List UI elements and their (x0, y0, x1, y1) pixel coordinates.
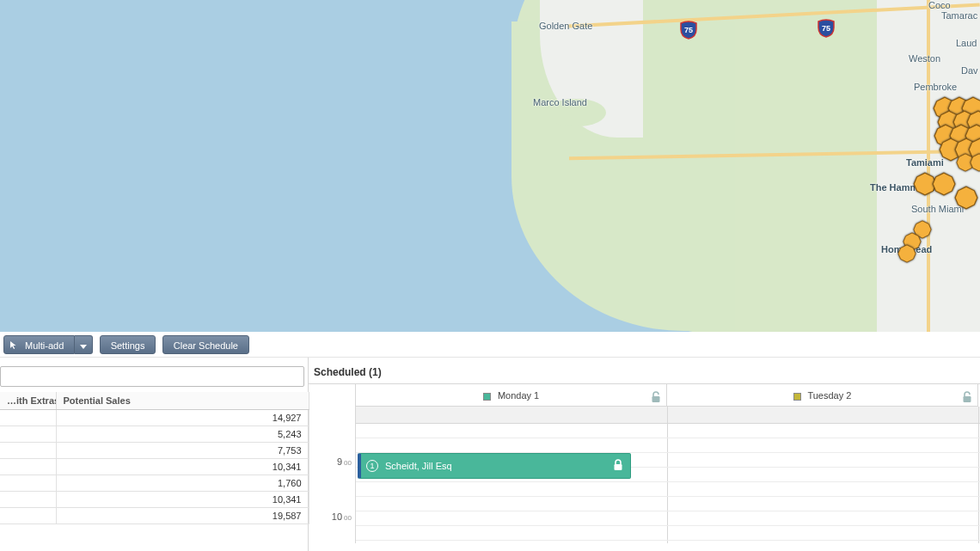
cell-extras (0, 508, 56, 524)
cell-potential: 10,341 (56, 492, 309, 508)
city-label: Marco Island (533, 97, 587, 107)
cell-potential: 5,243 (56, 426, 309, 443)
time-slot[interactable] (356, 526, 980, 541)
svg-marker-21 (898, 245, 916, 262)
search-input[interactable] (1, 367, 303, 386)
time-slot[interactable] (356, 424, 980, 438)
map-marker[interactable] (970, 153, 980, 172)
day-header-monday[interactable]: Monday 1 (356, 384, 667, 407)
svg-rect-22 (652, 396, 660, 402)
table-row[interactable]: 10,341 (0, 459, 309, 475)
city-label: Dav (961, 65, 978, 76)
svg-marker-18 (955, 187, 977, 209)
chevron-down-icon (80, 345, 87, 349)
cell-extras (0, 475, 56, 492)
time-label: 1000 (332, 511, 352, 522)
cell-extras (0, 410, 56, 426)
schedule-title: Scheduled (1) (309, 358, 980, 383)
table-row[interactable]: 10,341 (0, 492, 309, 508)
cell-potential: 10,341 (56, 459, 309, 475)
svg-rect-23 (964, 396, 971, 402)
calendar[interactable]: 9001000 Monday 1 Tuesday 2 (309, 383, 980, 543)
cell-extras (0, 459, 56, 475)
time-slot[interactable] (356, 438, 980, 453)
cell-extras (0, 492, 56, 508)
time-slot[interactable] (356, 482, 980, 497)
svg-marker-15 (971, 154, 980, 171)
day-label: Tuesday 2 (807, 390, 851, 401)
clear-schedule-button[interactable]: Clear Schedule (162, 335, 249, 354)
multi-add-label: Multi-add (25, 340, 64, 351)
day-label: Monday 1 (498, 390, 539, 401)
interstate-shield-icon: 75 (817, 19, 836, 38)
lock-icon (613, 459, 623, 473)
table-row[interactable]: 14,927 (0, 410, 309, 426)
col-potential-sales[interactable]: Potential Sales (56, 392, 309, 410)
records-pane: …ith Extras Potential Sales 14,9275,2437… (0, 358, 309, 551)
city-label: Pembroke (914, 82, 957, 92)
bottom-panel: …ith Extras Potential Sales 14,9275,2437… (0, 358, 980, 551)
col-extras[interactable]: …ith Extras (0, 392, 56, 410)
map-canvas[interactable]: Golden GateMarco IslandWestonPembrokeTam… (0, 0, 980, 332)
time-slot[interactable] (356, 511, 980, 526)
interstate-shield-icon: 75 (679, 21, 698, 40)
calendar-event[interactable]: 1 Scheidt, Jill Esq (358, 453, 631, 479)
table-row[interactable]: 7,753 (0, 443, 309, 459)
time-label: 900 (337, 456, 352, 467)
svg-text:75: 75 (684, 26, 693, 34)
svg-rect-24 (615, 464, 622, 470)
city-label: Weston (909, 53, 940, 64)
city-label: Golden Gate (539, 21, 592, 31)
cell-extras (0, 426, 56, 443)
map-marker[interactable] (954, 186, 978, 210)
table-row[interactable]: 19,587 (0, 508, 309, 524)
cursor-icon (9, 337, 19, 356)
multi-add-dropdown[interactable] (75, 335, 93, 354)
time-slot[interactable] (356, 541, 980, 551)
city-label: Coco (928, 0, 951, 10)
time-slot[interactable] (356, 497, 980, 511)
svg-marker-17 (933, 173, 955, 195)
cell-potential: 1,760 (56, 475, 309, 492)
cell-potential: 7,753 (56, 443, 309, 459)
svg-text:75: 75 (822, 24, 830, 33)
day-header-tuesday[interactable]: Tuesday 2 (667, 384, 978, 407)
schedule-pane: Scheduled (1) 9001000 Monday 1 Tuesday 2 (309, 358, 980, 551)
cell-potential: 19,587 (56, 508, 309, 524)
table-row[interactable]: 1,760 (0, 475, 309, 492)
event-order-badge: 1 (366, 460, 378, 472)
map-marker[interactable] (897, 244, 916, 263)
day-color-swatch (793, 393, 801, 401)
city-label: Tamarac (941, 10, 977, 21)
allday-row[interactable] (356, 407, 980, 424)
day-color-swatch (483, 393, 491, 401)
calendar-grid[interactable]: 1 Scheidt, Jill Esq (356, 407, 980, 543)
table-row[interactable]: 5,243 (0, 426, 309, 443)
time-gutter: 9001000 (309, 384, 356, 543)
cell-extras (0, 443, 56, 459)
city-label: Laud (956, 38, 977, 48)
event-title: Scheidt, Jill Esq (385, 461, 452, 471)
search-box[interactable] (0, 366, 304, 387)
records-table: …ith Extras Potential Sales 14,9275,2437… (0, 392, 309, 524)
multi-add-button[interactable]: Multi-add (3, 335, 75, 354)
toolbar: Multi-add Settings Clear Schedule (0, 332, 980, 358)
map-marker[interactable] (932, 172, 956, 196)
cell-potential: 14,927 (56, 410, 309, 426)
settings-button[interactable]: Settings (100, 335, 156, 354)
